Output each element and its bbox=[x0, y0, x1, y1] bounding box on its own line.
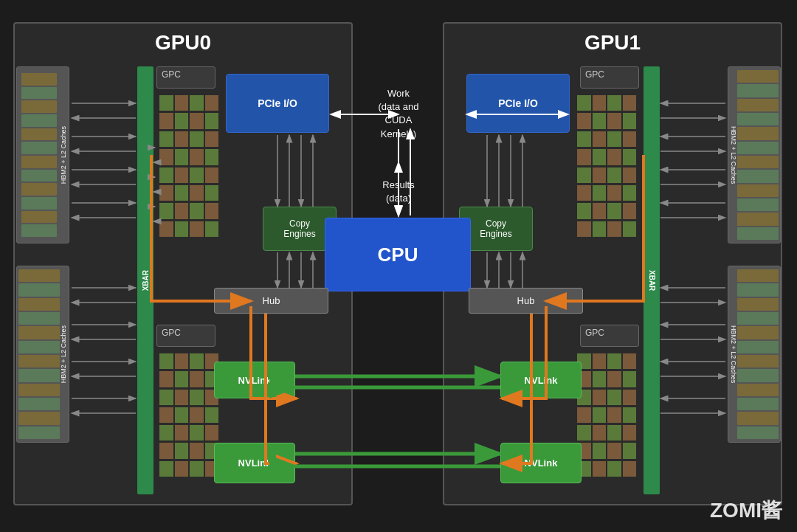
hbm0-bottom-stripes bbox=[18, 269, 60, 439]
results-text: Results(data) bbox=[382, 179, 414, 204]
gpc0-top: GPC bbox=[156, 66, 215, 89]
hbm1-top-label: HBM2 + L2 Caches bbox=[730, 126, 737, 184]
hbm1-bottom-label: HBM2 + L2 Caches bbox=[730, 325, 737, 383]
main-diagram: GPU0 GPU1 HBM2 + L2 Caches bbox=[0, 0, 797, 532]
nvlink1-top-label: NVLink bbox=[525, 375, 558, 386]
pcie0-box: PCIe I/O bbox=[226, 74, 329, 133]
hub0-box: Hub bbox=[214, 288, 328, 314]
watermark: ZOMI酱 bbox=[710, 497, 782, 525]
results-label: Results(data) bbox=[325, 179, 472, 205]
hbm0-bottom-block: HBM2 + L2 Caches bbox=[16, 266, 69, 443]
hub1-box: Hub bbox=[469, 288, 583, 314]
xbar0-label: XBAR bbox=[142, 270, 150, 291]
nvlink1-top-box: NVLink bbox=[500, 362, 582, 398]
pcie1-box: PCIe I/O bbox=[466, 74, 570, 133]
copy1-label: CopyEngines bbox=[480, 218, 511, 239]
hbm0-top-block: HBM2 + L2 Caches bbox=[16, 66, 69, 243]
hbm0-top-label: HBM2 + L2 Caches bbox=[60, 126, 67, 184]
nvlink0-bottom-box: NVLink bbox=[214, 443, 295, 483]
xbar0: XBAR bbox=[137, 66, 153, 494]
gpu1-title: GPU1 bbox=[444, 24, 781, 55]
gpc0-bottom: GPC bbox=[156, 325, 215, 347]
nvlink0-bottom-label: NVLink bbox=[238, 457, 272, 469]
nvlink0-top-label: NVLink bbox=[238, 375, 272, 386]
hub0-label: Hub bbox=[263, 295, 280, 306]
cpu-box: CPU bbox=[325, 218, 471, 291]
gpc1-stripes-bottom bbox=[574, 350, 639, 480]
hbm1-top-block: HBM2 + L2 Caches bbox=[728, 66, 781, 243]
hbm0-top-stripes bbox=[18, 70, 60, 240]
gpc0-stripes-top bbox=[156, 92, 221, 240]
gpc1-stripes-top bbox=[574, 92, 639, 240]
nvlink1-bottom-box: NVLink bbox=[500, 443, 582, 483]
gpc1-top-label: GPC bbox=[585, 69, 604, 80]
cpu-label: CPU bbox=[378, 243, 418, 266]
hbm1-bottom-stripes bbox=[737, 269, 779, 439]
hub1-label: Hub bbox=[517, 295, 535, 306]
gpc0-stripes-bottom bbox=[156, 350, 221, 480]
hbm1-bottom-block: HBM2 + L2 Caches bbox=[728, 266, 781, 443]
gpu0-title: GPU0 bbox=[15, 24, 351, 55]
gpc0-bottom-label: GPC bbox=[162, 328, 181, 338]
gpc1-bottom-label: GPC bbox=[585, 328, 604, 338]
xbar1-label: XBAR bbox=[648, 270, 656, 291]
gpc1-bottom: GPC bbox=[580, 325, 639, 347]
copy0-label: CopyEngines bbox=[283, 218, 315, 239]
gpc1-top: GPC bbox=[580, 66, 639, 89]
xbar1: XBAR bbox=[644, 66, 660, 494]
pcie0-label: PCIe I/O bbox=[258, 97, 297, 109]
pcie1-label: PCIe I/O bbox=[498, 97, 538, 109]
hbm1-top-stripes bbox=[737, 70, 779, 240]
hbm0-bottom-label: HBM2 + L2 Caches bbox=[60, 325, 67, 383]
work-label: Work(data andCUDAKernels) bbox=[325, 87, 472, 141]
work-text: Work(data andCUDAKernels) bbox=[379, 88, 419, 139]
gpc0-top-label: GPC bbox=[162, 69, 181, 80]
nvlink1-bottom-label: NVLink bbox=[525, 457, 558, 469]
nvlink0-top-box: NVLink bbox=[214, 362, 295, 398]
